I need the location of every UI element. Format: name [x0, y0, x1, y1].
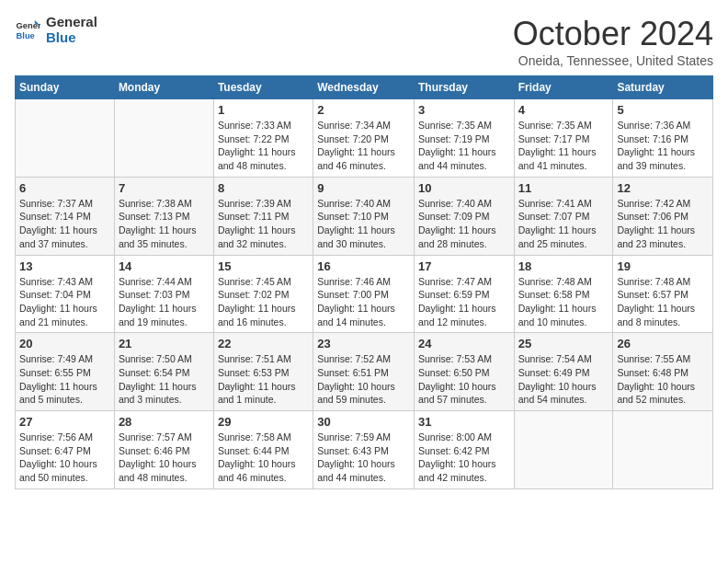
day-number: 29 [218, 415, 309, 429]
calendar-cell [114, 99, 213, 178]
day-number: 17 [418, 259, 510, 273]
calendar-cell: 4Sunrise: 7:35 AM Sunset: 7:17 PM Daylig… [514, 99, 613, 178]
day-detail: Sunrise: 7:44 AM Sunset: 7:03 PM Dayligh… [119, 275, 210, 329]
calendar-cell: 8Sunrise: 7:39 AM Sunset: 7:11 PM Daylig… [213, 177, 313, 255]
day-detail: Sunrise: 7:47 AM Sunset: 6:59 PM Dayligh… [418, 275, 510, 329]
day-detail: Sunrise: 8:00 AM Sunset: 6:42 PM Dayligh… [418, 431, 510, 485]
day-number: 22 [218, 337, 309, 350]
day-detail: Sunrise: 7:56 AM Sunset: 6:47 PM Dayligh… [19, 431, 110, 485]
day-number: 23 [317, 337, 410, 350]
day-detail: Sunrise: 7:41 AM Sunset: 7:07 PM Dayligh… [518, 197, 609, 251]
day-number: 14 [119, 259, 210, 273]
day-number: 13 [19, 259, 110, 273]
calendar-cell: 31Sunrise: 8:00 AM Sunset: 6:42 PM Dayli… [414, 411, 514, 489]
day-number: 31 [418, 415, 510, 429]
calendar-cell: 1Sunrise: 7:33 AM Sunset: 7:22 PM Daylig… [213, 99, 313, 178]
calendar-cell: 11Sunrise: 7:41 AM Sunset: 7:07 PM Dayli… [514, 177, 613, 255]
calendar-cell: 13Sunrise: 7:43 AM Sunset: 7:04 PM Dayli… [16, 255, 115, 333]
calendar-cell: 3Sunrise: 7:35 AM Sunset: 7:19 PM Daylig… [414, 99, 514, 178]
day-number: 2 [317, 103, 410, 117]
day-detail: Sunrise: 7:35 AM Sunset: 7:19 PM Dayligh… [418, 119, 510, 173]
column-header-thursday: Thursday [414, 76, 514, 99]
day-number: 4 [518, 103, 609, 117]
day-number: 8 [218, 181, 309, 195]
day-detail: Sunrise: 7:59 AM Sunset: 6:43 PM Dayligh… [317, 431, 410, 485]
calendar-cell: 29Sunrise: 7:58 AM Sunset: 6:44 PM Dayli… [213, 411, 313, 489]
column-header-tuesday: Tuesday [213, 76, 313, 99]
day-number: 27 [19, 415, 110, 429]
day-detail: Sunrise: 7:38 AM Sunset: 7:13 PM Dayligh… [119, 197, 210, 251]
header-row: SundayMondayTuesdayWednesdayThursdayFrid… [16, 76, 713, 99]
calendar-cell: 14Sunrise: 7:44 AM Sunset: 7:03 PM Dayli… [114, 255, 213, 333]
day-detail: Sunrise: 7:33 AM Sunset: 7:22 PM Dayligh… [218, 119, 309, 173]
day-number: 9 [317, 181, 410, 195]
day-detail: Sunrise: 7:46 AM Sunset: 7:00 PM Dayligh… [317, 275, 410, 329]
day-number: 16 [317, 259, 410, 273]
day-number: 21 [119, 337, 210, 350]
day-number: 11 [518, 181, 609, 195]
day-detail: Sunrise: 7:48 AM Sunset: 6:57 PM Dayligh… [617, 275, 709, 329]
column-header-sunday: Sunday [16, 76, 115, 99]
day-detail: Sunrise: 7:48 AM Sunset: 6:58 PM Dayligh… [518, 275, 609, 329]
logo-text-general: General [46, 15, 97, 30]
day-number: 25 [518, 337, 609, 350]
week-row-1: 1Sunrise: 7:33 AM Sunset: 7:22 PM Daylig… [16, 99, 713, 178]
calendar-cell: 16Sunrise: 7:46 AM Sunset: 7:00 PM Dayli… [313, 255, 415, 333]
day-number: 30 [317, 415, 410, 429]
column-header-wednesday: Wednesday [313, 76, 415, 99]
calendar-cell [613, 411, 713, 489]
day-number: 7 [119, 181, 210, 195]
week-row-2: 6Sunrise: 7:37 AM Sunset: 7:14 PM Daylig… [16, 177, 713, 255]
calendar-cell: 6Sunrise: 7:37 AM Sunset: 7:14 PM Daylig… [16, 177, 115, 255]
day-number: 1 [218, 103, 309, 117]
day-detail: Sunrise: 7:40 AM Sunset: 7:10 PM Dayligh… [317, 197, 410, 251]
calendar-cell: 9Sunrise: 7:40 AM Sunset: 7:10 PM Daylig… [313, 177, 415, 255]
day-detail: Sunrise: 7:34 AM Sunset: 7:20 PM Dayligh… [317, 119, 410, 173]
calendar-cell [514, 411, 613, 489]
day-number: 5 [617, 103, 709, 117]
day-number: 18 [518, 259, 609, 273]
calendar-table: SundayMondayTuesdayWednesdayThursdayFrid… [15, 75, 713, 489]
day-detail: Sunrise: 7:54 AM Sunset: 6:49 PM Dayligh… [518, 352, 609, 407]
day-number: 10 [418, 181, 510, 195]
column-header-friday: Friday [514, 76, 613, 99]
month-title: October 2024 [513, 15, 713, 53]
calendar-cell: 18Sunrise: 7:48 AM Sunset: 6:58 PM Dayli… [514, 255, 613, 333]
day-number: 6 [19, 181, 110, 195]
day-detail: Sunrise: 7:55 AM Sunset: 6:48 PM Dayligh… [617, 352, 709, 407]
svg-text:Blue: Blue [17, 31, 35, 40]
logo-icon: General Blue [15, 17, 40, 43]
day-detail: Sunrise: 7:57 AM Sunset: 6:46 PM Dayligh… [119, 431, 210, 485]
day-detail: Sunrise: 7:39 AM Sunset: 7:11 PM Dayligh… [218, 197, 309, 251]
calendar-cell: 25Sunrise: 7:54 AM Sunset: 6:49 PM Dayli… [514, 333, 613, 411]
day-detail: Sunrise: 7:42 AM Sunset: 7:06 PM Dayligh… [617, 197, 709, 251]
week-row-4: 20Sunrise: 7:49 AM Sunset: 6:55 PM Dayli… [16, 333, 713, 411]
calendar-cell: 24Sunrise: 7:53 AM Sunset: 6:50 PM Dayli… [414, 333, 514, 411]
day-number: 15 [218, 259, 309, 273]
calendar-cell: 27Sunrise: 7:56 AM Sunset: 6:47 PM Dayli… [16, 411, 115, 489]
calendar-cell: 17Sunrise: 7:47 AM Sunset: 6:59 PM Dayli… [414, 255, 514, 333]
logo-text-blue: Blue [46, 30, 97, 46]
calendar-cell: 5Sunrise: 7:36 AM Sunset: 7:16 PM Daylig… [613, 99, 713, 178]
page-header: General Blue General Blue October 2024 O… [15, 15, 713, 68]
day-detail: Sunrise: 7:49 AM Sunset: 6:55 PM Dayligh… [19, 352, 110, 407]
day-detail: Sunrise: 7:53 AM Sunset: 6:50 PM Dayligh… [418, 352, 510, 407]
calendar-cell: 26Sunrise: 7:55 AM Sunset: 6:48 PM Dayli… [613, 333, 713, 411]
day-detail: Sunrise: 7:40 AM Sunset: 7:09 PM Dayligh… [418, 197, 510, 251]
day-detail: Sunrise: 7:37 AM Sunset: 7:14 PM Dayligh… [19, 197, 110, 251]
calendar-cell: 21Sunrise: 7:50 AM Sunset: 6:54 PM Dayli… [114, 333, 213, 411]
calendar-cell: 30Sunrise: 7:59 AM Sunset: 6:43 PM Dayli… [313, 411, 415, 489]
calendar-cell: 10Sunrise: 7:40 AM Sunset: 7:09 PM Dayli… [414, 177, 514, 255]
calendar-cell: 2Sunrise: 7:34 AM Sunset: 7:20 PM Daylig… [313, 99, 415, 178]
logo: General Blue General Blue [15, 15, 97, 45]
calendar-cell: 22Sunrise: 7:51 AM Sunset: 6:53 PM Dayli… [213, 333, 313, 411]
day-number: 20 [19, 337, 110, 350]
day-detail: Sunrise: 7:43 AM Sunset: 7:04 PM Dayligh… [19, 275, 110, 329]
calendar-cell: 12Sunrise: 7:42 AM Sunset: 7:06 PM Dayli… [613, 177, 713, 255]
column-header-saturday: Saturday [613, 76, 713, 99]
day-number: 28 [119, 415, 210, 429]
day-detail: Sunrise: 7:45 AM Sunset: 7:02 PM Dayligh… [218, 275, 309, 329]
week-row-5: 27Sunrise: 7:56 AM Sunset: 6:47 PM Dayli… [16, 411, 713, 489]
week-row-3: 13Sunrise: 7:43 AM Sunset: 7:04 PM Dayli… [16, 255, 713, 333]
day-detail: Sunrise: 7:52 AM Sunset: 6:51 PM Dayligh… [317, 352, 410, 407]
